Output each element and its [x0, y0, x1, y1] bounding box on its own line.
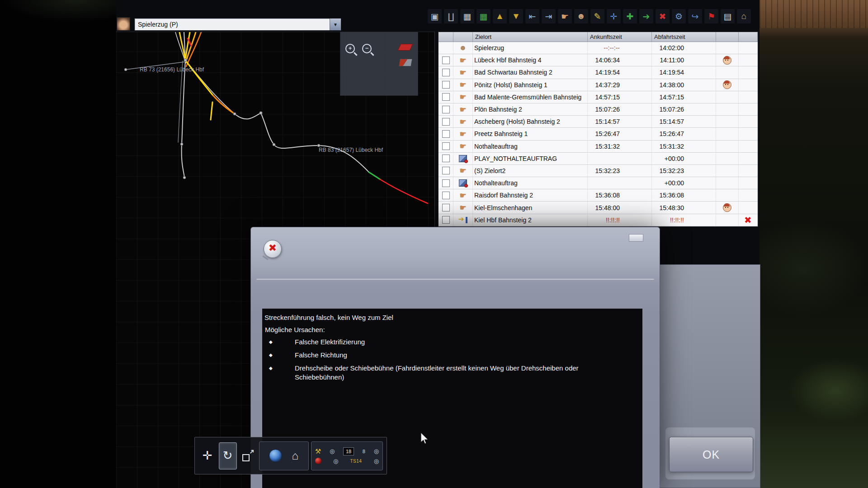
signal-ball-icon[interactable]	[315, 458, 321, 464]
exit-icon[interactable]: ↪	[688, 9, 702, 23]
table-row[interactable]: ☛ Ascheberg (Holst) Bahnsteig 2 15:14:57…	[439, 116, 758, 128]
abfahrtszeit-cell: 15:14:57	[652, 116, 716, 127]
abfahrtszeit-cell: 14:19:54	[652, 66, 716, 78]
status-cell-2: ✖	[739, 214, 758, 226]
home-icon[interactable]: ⌂	[292, 449, 299, 462]
move-up-icon: ▲	[495, 11, 504, 21]
table-row[interactable]: ☛ Lübeck Hbf Bahnsteig 4 14:06:34 14:11:…	[439, 54, 758, 66]
row-checkbox[interactable]	[442, 216, 450, 224]
status-cell-1	[716, 79, 739, 91]
table-row[interactable]: ☛ Raisdorf Bahnsteig 2 15:36:08 15:36:08	[439, 189, 758, 202]
table-row[interactable]: Kiel Hbf Bahnsteig 2 !!:!!:!! !!:!!:!! ✖	[439, 214, 758, 226]
status-cell-2	[739, 141, 758, 152]
zielort-cell: Kiel-Elmschenhagen	[473, 202, 588, 213]
row-checkbox[interactable]	[442, 93, 450, 101]
table-settings-icon[interactable]: ⚙	[672, 9, 686, 23]
row-type-icon: ☻	[459, 44, 467, 52]
row-checkbox[interactable]	[442, 130, 450, 138]
top-toolbar: ▣∐▦▦▲▼⇤⇥☛☻✎✛✚➔✖⚙↪⚑▤⌂	[428, 9, 751, 23]
target-icon-4[interactable]: ◎	[374, 458, 379, 465]
row-checkbox[interactable]	[442, 142, 450, 150]
table-row[interactable]: Nothalteauftrag +00:00	[439, 177, 758, 189]
zoom-out-icon[interactable]	[362, 44, 372, 53]
zielort-cell: PLAY_NOTHALTEAUFTRAG	[473, 153, 588, 164]
train-route-label-1: RB 73 (21656) Lübeck Hbf	[140, 66, 204, 73]
col-ankunftszeit[interactable]: Ankunftszeit	[588, 32, 652, 42]
row-checkbox[interactable]	[442, 204, 450, 211]
save-icon[interactable]: ▣	[428, 9, 442, 23]
driver-face-icon	[723, 56, 731, 65]
table-row[interactable]: ☛ Kiel-Elmschenhagen 15:48:00 15:48:30	[439, 202, 758, 214]
goto-icon[interactable]: ➔	[639, 9, 653, 23]
col-zielort[interactable]: Zielort	[473, 32, 588, 42]
window-move-icon[interactable]	[239, 442, 257, 469]
ramp-tool-icon[interactable]	[398, 44, 413, 51]
gradient-tool-icon[interactable]	[399, 59, 413, 66]
table-row[interactable]: ☛ Pönitz (Holst) Bahnsteig 1 14:37:29 14…	[439, 79, 758, 91]
dialog-window-control[interactable]	[629, 234, 643, 242]
delete-stop-icon[interactable]: ✖	[656, 9, 670, 23]
hand-icon[interactable]: ☛	[558, 9, 572, 23]
tools-icon[interactable]: ⚒	[315, 447, 321, 455]
insert-after-icon[interactable]: ⇥	[542, 9, 556, 23]
col-select[interactable]	[439, 32, 453, 42]
table-row[interactable]: ☛ Bad Schwartau Bahnsteig 2 14:19:54 14:…	[439, 66, 758, 79]
ankunftszeit-cell: 15:32:23	[588, 165, 652, 177]
add-stop-icon[interactable]: ✚	[623, 9, 637, 23]
row-checkbox[interactable]	[442, 118, 450, 126]
row-checkbox[interactable]	[442, 81, 450, 89]
ok-button[interactable]: OK	[669, 437, 753, 472]
grid-icon[interactable]: ▦	[460, 9, 474, 23]
col-status-2[interactable]	[739, 32, 758, 42]
table-row[interactable]: PLAY_NOTHALTEAUFTRAG +00:00	[439, 153, 758, 165]
table-row[interactable]: ☛ Preetz Bahnsteig 1 15:26:47 15:26:47	[439, 128, 758, 140]
row-checkbox[interactable]	[442, 106, 450, 113]
insert-before-icon[interactable]: ⇤	[525, 9, 539, 23]
dropdown-arrow-icon[interactable]	[330, 19, 341, 30]
ruler-icon[interactable]: ▤	[721, 9, 735, 23]
move-tool-icon[interactable]: ✛	[198, 442, 217, 469]
row-checkbox[interactable]	[442, 69, 450, 76]
row-type-icon: ☛	[459, 203, 466, 212]
status-cell-1	[716, 202, 739, 213]
target-icon-2[interactable]: ◎	[374, 448, 379, 455]
exit-icon: ↪	[692, 11, 699, 22]
target-icon-1[interactable]: ◎	[330, 448, 335, 455]
status-cell-1	[716, 128, 739, 140]
row-checkbox[interactable]	[442, 56, 450, 64]
globe-icon[interactable]	[269, 449, 282, 462]
row-checkbox[interactable]	[442, 167, 450, 174]
crossing-icon: ✛	[610, 11, 618, 22]
status-cell-1	[716, 141, 739, 152]
move-up-icon[interactable]: ▲	[493, 9, 507, 23]
depot-icon[interactable]: ⌂	[737, 9, 751, 23]
row-checkbox[interactable]	[442, 192, 450, 199]
table-row[interactable]: ☛ Plön Bahnsteig 2 15:07:26 15:07:26	[439, 103, 758, 116]
move-down-icon[interactable]: ▼	[509, 9, 523, 23]
insert-after-icon: ⇥	[545, 11, 552, 22]
row-checkbox[interactable]	[442, 155, 450, 162]
edit-schedule-icon[interactable]: ✎	[590, 9, 604, 23]
table-row[interactable]: ☻ Spielerzug --:--:-- 14:02:00	[439, 42, 758, 54]
row-checkbox[interactable]	[442, 179, 450, 187]
status-cell-2	[739, 165, 758, 177]
ankunftszeit-cell	[588, 153, 652, 164]
col-status-1[interactable]	[716, 32, 739, 42]
crossing-icon[interactable]: ✛	[607, 9, 621, 23]
flag-icon[interactable]: ⚑	[704, 9, 718, 23]
table-row[interactable]: ☛ (S) Zielort2 15:32:23 15:32:23	[439, 165, 758, 177]
table-row[interactable]: ☛ Bad Malente-Gremsmühlen Bahnsteig 14:5…	[439, 91, 758, 103]
col-abfahrtszeit[interactable]: Abfahrtszeit	[652, 32, 716, 42]
rotate-tool-icon[interactable]: ↻	[219, 442, 237, 469]
zielort-cell: Bad Schwartau Bahnsteig 2	[473, 66, 588, 78]
zoom-in-icon[interactable]	[345, 44, 355, 53]
delete-icon[interactable]: ∐	[444, 9, 458, 23]
view-group: ⌂	[259, 441, 308, 470]
col-type[interactable]	[453, 32, 473, 42]
train-selector-dropdown[interactable]: Spielerzug (P)	[134, 18, 341, 31]
passenger-icon[interactable]: ☻	[574, 9, 588, 23]
table-row[interactable]: ☛ Nothalteauftrag 15:31:32 15:31:32	[439, 141, 758, 153]
grid-active-icon[interactable]: ▦	[476, 9, 491, 23]
target-icon-3[interactable]: ◎	[333, 458, 338, 465]
row-type-icon: ☛	[459, 129, 466, 139]
